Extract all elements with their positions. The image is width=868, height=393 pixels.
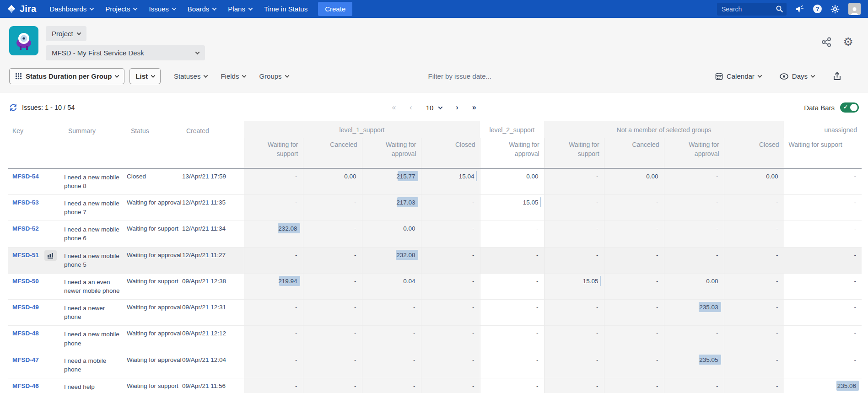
column-header-key[interactable]: Key — [8, 121, 64, 168]
report-type-dropdown[interactable]: Status Duration per Group — [9, 68, 124, 84]
export-icon[interactable] — [833, 72, 841, 81]
duration-cell: 235.06 — [784, 378, 862, 393]
created-cell: 09/Apr/21 11:56 — [182, 378, 244, 393]
issue-key-link[interactable]: MFSD-53 — [12, 199, 39, 206]
chevron-down-icon — [151, 73, 156, 78]
status-column-header[interactable]: Canceled — [604, 138, 664, 168]
status-column-header[interactable]: Waiting for support — [244, 138, 303, 168]
unit-dropdown[interactable]: Days — [780, 72, 814, 80]
nav-item-projects[interactable]: Projects — [99, 0, 143, 18]
nav-item-issues[interactable]: Issues — [143, 0, 181, 18]
duration-cell: - — [784, 352, 862, 378]
project-select-dropdown[interactable]: MFSD - My First Service Desk — [46, 45, 205, 60]
status-column-header[interactable]: Waiting for support — [544, 138, 604, 168]
duration-cell: 217.03 — [362, 194, 421, 221]
duration-cell: 232.08 — [362, 247, 421, 273]
statuses-dropdown[interactable]: Statuses — [174, 72, 207, 80]
fields-dropdown[interactable]: Fields — [221, 72, 246, 80]
nav-item-dashboards[interactable]: Dashboards — [43, 0, 99, 18]
duration-cell: - — [480, 352, 544, 378]
top-nav: Jira DashboardsProjectsIssuesBoardsPlans… — [0, 0, 868, 18]
page-size-value: 10 — [426, 104, 434, 112]
duration-cell: - — [303, 247, 362, 273]
duration-cell: 219.94 — [244, 273, 303, 299]
status-column-header[interactable]: Waiting for support — [784, 138, 862, 168]
issue-key-link[interactable]: MFSD-51 — [12, 252, 39, 258]
duration-cell: - — [421, 300, 480, 326]
first-page-button[interactable]: « — [392, 103, 396, 112]
duration-cell: - — [784, 168, 862, 195]
issue-date-filter[interactable]: Filter by issue date... — [428, 72, 491, 80]
issue-key-link[interactable]: MFSD-54 — [12, 173, 39, 180]
issue-key-link[interactable]: MFSD-48 — [12, 330, 39, 337]
user-avatar[interactable] — [848, 3, 861, 15]
prev-page-button[interactable]: ‹ — [410, 103, 412, 112]
page-size-dropdown[interactable]: 10 — [426, 104, 442, 112]
chart-button[interactable] — [44, 250, 57, 261]
status-column-header[interactable]: Canceled — [303, 138, 362, 168]
duration-cell: - — [724, 194, 784, 221]
duration-cell: - — [784, 300, 862, 326]
next-page-button[interactable]: › — [456, 103, 458, 112]
issue-key-link[interactable]: MFSD-49 — [12, 304, 39, 311]
project-type-dropdown[interactable]: Project — [46, 26, 86, 41]
created-cell: 09/Apr/21 12:12 — [182, 326, 244, 352]
groups-dropdown[interactable]: Groups — [259, 72, 288, 80]
toolbar: Status Duration per Group List StatusesF… — [9, 68, 859, 93]
duration-cell: - — [244, 352, 303, 378]
summary-cell: I need a new mobile phone 7 — [64, 194, 127, 221]
duration-cell: - — [244, 326, 303, 352]
status-column-header[interactable]: Waiting for approval — [664, 138, 724, 168]
duration-cell: - — [784, 273, 862, 299]
chevron-down-icon — [248, 6, 253, 11]
duration-cell: 0.00 — [480, 168, 544, 195]
status-column-header[interactable]: Closed — [421, 138, 480, 168]
calendar-dropdown[interactable]: Calendar — [715, 72, 761, 80]
issue-key-link[interactable]: MFSD-46 — [12, 382, 39, 389]
duration-cell: - — [544, 326, 604, 352]
gear-icon[interactable] — [830, 5, 840, 14]
status-cell: Waiting for approval — [127, 352, 182, 378]
duration-cell: 0.04 — [362, 273, 421, 299]
nav-item-time-in-status[interactable]: Time in Status — [258, 0, 313, 18]
issue-key-link[interactable]: MFSD-52 — [12, 225, 39, 232]
created-cell: 09/Apr/21 12:38 — [182, 273, 244, 299]
megaphone-icon[interactable] — [795, 5, 804, 14]
view-dropdown[interactable]: List — [129, 68, 161, 84]
share-icon[interactable] — [821, 37, 831, 47]
gear-icon[interactable]: ⚙ — [843, 36, 853, 48]
help-icon[interactable]: ? — [813, 5, 822, 13]
created-cell: 12/Apr/21 11:34 — [182, 221, 244, 247]
nav-item-boards[interactable]: Boards — [182, 0, 222, 18]
chevron-down-icon — [204, 73, 208, 78]
issue-key-link[interactable]: MFSD-50 — [12, 278, 39, 285]
data-bars-toggle[interactable]: ✓ — [840, 102, 859, 113]
table-row: MFSD-46I need helpWaiting for support09/… — [8, 378, 862, 393]
duration-cell: - — [421, 247, 480, 273]
issue-key-link[interactable]: MFSD-47 — [12, 356, 39, 363]
duration-cell: - — [480, 300, 544, 326]
last-page-button[interactable]: » — [472, 103, 476, 112]
duration-cell: - — [544, 221, 604, 247]
jira-logo[interactable]: Jira — [6, 4, 36, 14]
create-button[interactable]: Create — [318, 2, 352, 16]
nav-item-plans[interactable]: Plans — [222, 0, 258, 18]
status-column-header[interactable]: Waiting for approval — [362, 138, 421, 168]
column-header-status[interactable]: Status — [127, 121, 182, 168]
table-row: MFSD-53I need a new mobile phone 7Waitin… — [8, 194, 862, 221]
duration-cell: - — [480, 378, 544, 393]
table-row: MFSD-51 I need a new mobile phone 5Waiti… — [8, 247, 862, 273]
column-header-created[interactable]: Created — [182, 121, 244, 168]
summary-cell: I need a mobile phone — [64, 352, 127, 378]
status-column-header[interactable]: Waiting for approval — [480, 138, 544, 168]
created-cell: 12/Apr/21 11:27 — [182, 247, 244, 273]
duration-cell: 232.08 — [244, 221, 303, 247]
column-header-summary[interactable]: Summary — [64, 121, 127, 168]
duration-cell: - — [244, 247, 303, 273]
refresh-icon[interactable] — [9, 103, 17, 112]
status-column-header[interactable]: Closed — [724, 138, 784, 168]
chevron-down-icon — [757, 73, 762, 78]
duration-cell: - — [544, 168, 604, 195]
duration-cell: - — [604, 221, 664, 247]
duration-cell: 0.00 — [604, 168, 664, 195]
